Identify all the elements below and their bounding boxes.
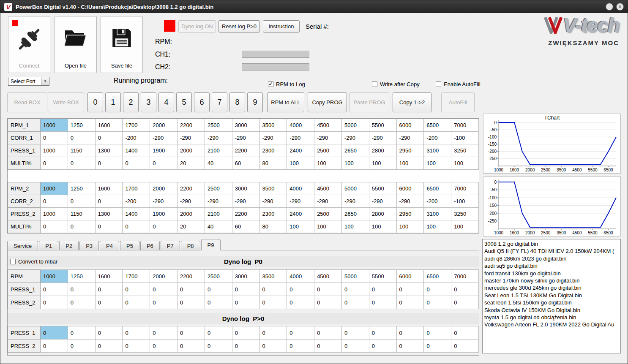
autofill-button[interactable]: AutoFill	[441, 92, 475, 112]
tab-p9[interactable]: P9	[201, 239, 221, 250]
file-list-item[interactable]: 3008 1.2 go digital.bin	[484, 240, 620, 247]
table-cell[interactable]: 0	[41, 283, 68, 296]
table-cell[interactable]: -290	[177, 195, 205, 208]
table-cell[interactable]: 0	[150, 283, 177, 296]
table-cell[interactable]: 0	[341, 296, 369, 309]
table-cell[interactable]: 2200	[177, 182, 205, 195]
table-cell[interactable]: 3000	[232, 182, 259, 195]
table-cell[interactable]: 0	[68, 195, 95, 208]
table-cell[interactable]: 0	[396, 296, 424, 309]
table-cell[interactable]: 100	[396, 157, 424, 170]
table-cell[interactable]: 0	[68, 283, 95, 296]
table-cell[interactable]: 1150	[68, 208, 95, 220]
connect-button[interactable]: Connect	[8, 16, 50, 73]
table-cell[interactable]: 0	[451, 340, 479, 353]
table-cell[interactable]: 0	[41, 326, 68, 340]
file-list-item[interactable]: audi q8 286km 2023 go digital.bin	[484, 255, 620, 262]
table-cell[interactable]: 1700	[123, 182, 150, 195]
table-cell[interactable]: 100	[396, 220, 424, 233]
table-cell[interactable]: -100	[451, 132, 479, 144]
table-cell[interactable]: 0	[369, 296, 396, 309]
table-cell[interactable]: 100	[314, 157, 342, 170]
table-cell[interactable]: 3500	[259, 270, 287, 283]
table-cell[interactable]: 0	[396, 326, 424, 340]
table-cell[interactable]: 60	[232, 220, 259, 233]
table-cell[interactable]: 0	[150, 157, 177, 170]
file-list-item[interactable]: mercedes gle 300d 245km go digital.bin	[484, 284, 620, 291]
table-cell[interactable]: -290	[150, 195, 177, 208]
table-cell[interactable]: 0	[177, 296, 205, 309]
table-cell[interactable]: 0	[424, 283, 451, 296]
table-cell[interactable]: 0	[369, 326, 396, 340]
rpm-to-log-checkbox[interactable]: RPM to Log	[268, 81, 305, 87]
table-cell[interactable]: 3250	[451, 144, 479, 157]
table-cell[interactable]: 1000	[41, 119, 68, 132]
table-cell[interactable]: 2950	[396, 144, 424, 157]
tab-p1[interactable]: P1	[39, 241, 58, 250]
table-cell[interactable]: 4500	[314, 119, 342, 132]
table-cell[interactable]: 3000	[232, 270, 259, 283]
table-cell[interactable]: 1250	[68, 182, 95, 195]
table-cell[interactable]: 0	[232, 326, 259, 340]
write-box-button[interactable]: Write BOX	[48, 92, 84, 112]
table-cell[interactable]: 2000	[150, 182, 177, 195]
table-cell[interactable]: -290	[205, 195, 232, 208]
copy-prog-button[interactable]: Copy PROG	[308, 92, 347, 112]
table-cell[interactable]: 3250	[451, 208, 479, 220]
table-cell[interactable]: 0	[68, 326, 95, 340]
table-cell[interactable]: 1700	[123, 119, 150, 132]
file-list-item[interactable]: master 170km nowy silnik go digital.bin	[484, 277, 620, 284]
table-cell[interactable]: 0	[150, 340, 177, 353]
table-cell[interactable]: -290	[150, 132, 177, 144]
write-after-copy-checkbox[interactable]: Write after Copy	[372, 81, 420, 87]
table-cell[interactable]: -100	[451, 195, 479, 208]
table-cell[interactable]: 0	[123, 326, 150, 340]
table-cell[interactable]: 4000	[287, 119, 314, 132]
table-cell[interactable]: -290	[341, 132, 369, 144]
table-cell[interactable]: 0	[205, 283, 232, 296]
close-button[interactable]: ×	[616, 3, 624, 11]
table-cell[interactable]: 0	[259, 283, 287, 296]
table-cell[interactable]: 5500	[369, 119, 396, 132]
table-cell[interactable]: 0	[232, 283, 259, 296]
table-cell[interactable]: 1000	[41, 144, 68, 157]
table-cell[interactable]: 2650	[341, 208, 369, 220]
tab-p2[interactable]: P2	[59, 241, 79, 250]
table-cell[interactable]: 3500	[259, 182, 287, 195]
table-cell[interactable]: 0	[369, 340, 396, 353]
table-cell[interactable]: 5500	[369, 182, 396, 195]
table-cell[interactable]: 2300	[259, 208, 287, 220]
table-cell[interactable]: 0	[232, 340, 259, 353]
table-cell[interactable]: 2100	[205, 144, 232, 157]
table-cell[interactable]: 0	[314, 340, 342, 353]
digit-button-6[interactable]: 6	[194, 92, 210, 112]
table-cell[interactable]: 2500	[205, 182, 232, 195]
dyno-log-on-button[interactable]: Dyno log ON	[178, 20, 216, 33]
digit-button-0[interactable]: 0	[87, 92, 103, 112]
copy-1-to-2-button[interactable]: Copy 1->2	[393, 92, 431, 112]
table-cell[interactable]: 0	[123, 220, 150, 233]
table-cell[interactable]: 1400	[123, 208, 150, 220]
table-cell[interactable]: -290	[314, 132, 342, 144]
chevron-down-icon[interactable]: ▼	[41, 77, 49, 85]
table-cell[interactable]: 2950	[396, 208, 424, 220]
minimize-button[interactable]: –	[606, 3, 613, 11]
table-cell[interactable]: 100	[314, 220, 342, 233]
table-cell[interactable]: 100	[451, 157, 479, 170]
table-cell[interactable]: 3500	[259, 119, 287, 132]
table-cell[interactable]: 0	[369, 283, 396, 296]
table-cell[interactable]: 5500	[369, 270, 396, 283]
table-cell[interactable]: 0	[95, 220, 123, 233]
table-cell[interactable]: 0	[95, 157, 123, 170]
table-cell[interactable]: 3000	[232, 119, 259, 132]
table-cell[interactable]: 6500	[424, 119, 451, 132]
table-cell[interactable]: 0	[424, 340, 451, 353]
table-cell[interactable]: 1150	[68, 144, 95, 157]
table-cell[interactable]: -290	[341, 195, 369, 208]
reset-log-button[interactable]: Reset log P>0	[218, 20, 260, 33]
table-cell[interactable]: 0	[95, 132, 123, 144]
enable-autofill-checkbox[interactable]: Enable AutoFill	[436, 81, 481, 87]
table-cell[interactable]: 0	[41, 296, 68, 309]
table-cell[interactable]: 0	[68, 296, 95, 309]
table-cell[interactable]: 2000	[150, 119, 177, 132]
